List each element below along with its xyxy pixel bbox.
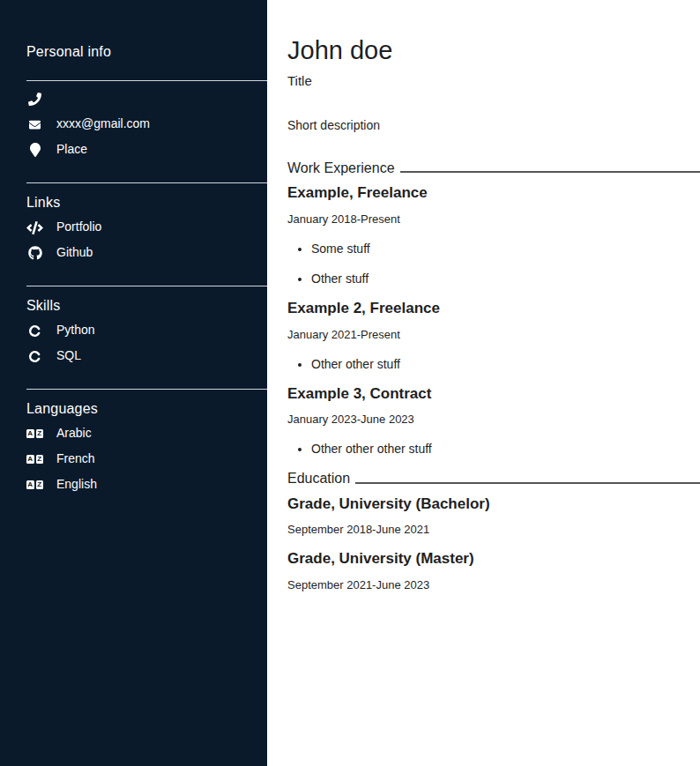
work-entry: Example 3, Contract January 2023-June 20… (287, 385, 700, 457)
divider (26, 389, 267, 390)
resume-page: Personal info xxxx@gmail.com (0, 0, 700, 766)
sidebar-section-skills: Skills Python SQL (26, 286, 267, 363)
education-entry-title: Grade, University (Bachelor) (287, 495, 700, 513)
sidebar-item-email: xxxx@gmail.com (26, 117, 267, 131)
divider (26, 182, 267, 183)
heading-rule (355, 482, 700, 484)
work-entry-bullets: Other other stuff (287, 357, 700, 371)
person-name: John doe (287, 37, 700, 65)
work-entry-bullets: Some stuff Other stuff (287, 242, 700, 286)
work-entry-title: Example 2, Freelance (287, 300, 700, 317)
heading-rule (400, 171, 700, 173)
sidebar-item-github[interactable]: Github (26, 246, 267, 260)
language-label: French (56, 452, 95, 465)
languages-title: Languages (26, 401, 267, 417)
phone-icon (26, 93, 43, 106)
education-entry-title: Grade, University (Master) (287, 550, 700, 568)
language-icon: AZ (26, 429, 43, 438)
person-title: Title (287, 73, 700, 88)
skill-label: Python (56, 324, 95, 337)
github-link-label: Github (56, 246, 93, 259)
personal-info-title: Personal info (26, 44, 267, 60)
resume-body: John doe Title Short description Work Ex… (267, 0, 700, 766)
circle-notch-icon (26, 350, 43, 363)
language-icon: AZ (26, 480, 43, 489)
language-label: English (56, 478, 97, 491)
sidebar-item-phone (26, 92, 267, 106)
sidebar-item-language: AZ Arabic (26, 427, 267, 441)
work-experience-section: Work Experience Example, Freelance Janua… (287, 160, 700, 456)
work-experience-heading: Work Experience (287, 160, 700, 176)
sidebar-item-language: AZ English (26, 478, 267, 492)
links-title: Links (26, 195, 267, 211)
divider (26, 286, 267, 286)
sidebar-section-languages: Languages AZ Arabic AZ French AZ (26, 389, 267, 492)
education-entry-dates: September 2018-June 2021 (287, 523, 700, 536)
bullet-item: Other other other stuff (311, 442, 700, 456)
circle-notch-icon (26, 324, 43, 338)
sidebar-item-portfolio[interactable]: Portfolio (26, 220, 267, 234)
email-label: xxxx@gmail.com (56, 117, 150, 130)
location-pin-icon (26, 143, 43, 157)
work-entry-bullets: Other other other stuff (287, 442, 700, 456)
bullet-item: Some stuff (311, 242, 700, 256)
education-entry: Grade, University (Master) September 202… (287, 550, 700, 591)
sidebar-item-place: Place (26, 143, 267, 157)
education-entry: Grade, University (Bachelor) September 2… (287, 495, 700, 537)
work-entry-dates: January 2018-Present (287, 212, 700, 226)
sidebar-item-language: AZ French (26, 452, 267, 466)
sidebar: Personal info xxxx@gmail.com (0, 0, 267, 766)
work-entry: Example, Freelance January 2018-Present … (287, 184, 700, 286)
github-icon (26, 246, 43, 260)
sidebar-item-skill: Python (26, 324, 267, 338)
skills-title: Skills (26, 298, 267, 314)
divider (26, 80, 267, 81)
portfolio-link-label: Portfolio (56, 220, 101, 234)
bullet-item: Other other stuff (311, 357, 700, 371)
work-entry-title: Example 3, Contract (287, 385, 700, 403)
sidebar-section-personal-info: Personal info xxxx@gmail.com (26, 44, 267, 157)
code-icon (26, 221, 43, 234)
sidebar-item-skill: SQL (26, 349, 267, 363)
bullet-item: Other stuff (311, 271, 700, 286)
envelope-icon (26, 119, 43, 130)
short-description: Short description (287, 118, 700, 132)
work-entry-dates: January 2021-Present (287, 328, 700, 341)
education-heading: Education (287, 471, 700, 487)
language-icon: AZ (26, 455, 43, 464)
place-label: Place (56, 143, 87, 156)
language-label: Arabic (56, 427, 92, 440)
skill-label: SQL (56, 349, 81, 362)
work-entry-title: Example, Freelance (287, 184, 700, 202)
education-entry-dates: September 2021-June 2023 (287, 578, 700, 591)
sidebar-section-links: Links Portfolio Github (26, 182, 267, 260)
work-entry: Example 2, Freelance January 2021-Presen… (287, 300, 700, 371)
education-section: Education Grade, University (Bachelor) S… (287, 471, 700, 591)
work-entry-dates: January 2023-June 2023 (287, 413, 700, 426)
